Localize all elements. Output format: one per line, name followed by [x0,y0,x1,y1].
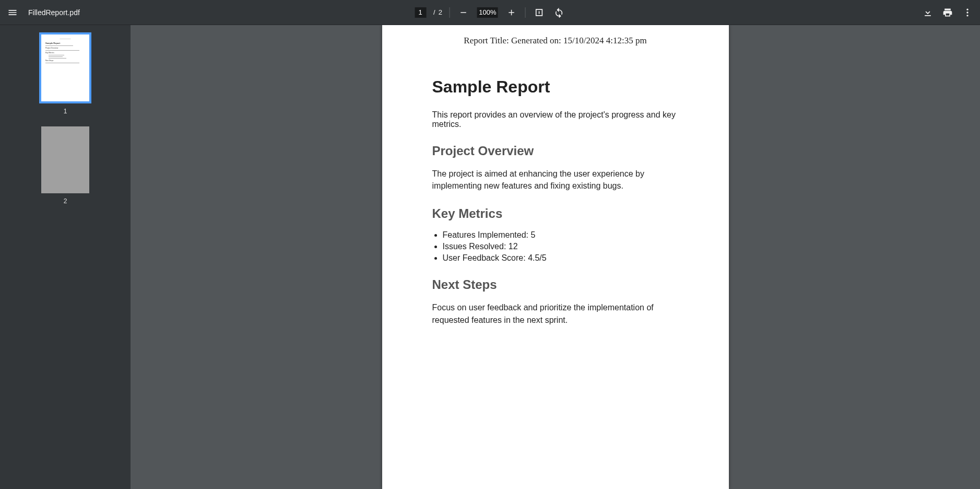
zoom-out-icon[interactable] [457,6,470,19]
svg-point-1 [966,11,968,13]
report-title: Sample Report [432,77,679,97]
section-overview-body: The project is aimed at enhancing the us… [432,168,679,192]
section-overview-heading: Project Overview [432,144,679,158]
svg-point-0 [966,8,968,10]
page-sep: / [433,8,435,16]
page-total: / 2 [433,8,442,16]
thumbnail-sidebar: ——————— Sample Report Project Overview K… [0,25,131,489]
pdf-toolbar: FilledReport.pdf / 2 [0,0,980,25]
toolbar-divider [450,7,450,18]
thumbnail-2[interactable]: 2 [41,126,89,205]
fit-page-icon[interactable] [533,6,546,19]
more-icon[interactable] [961,6,974,19]
current-page-input[interactable] [415,7,426,18]
zoom-input[interactable] [477,7,498,18]
section-nextsteps-heading: Next Steps [432,277,679,292]
list-item: Features Implemented: 5 [443,230,679,240]
section-nextsteps-body: Focus on user feedback and prioritize th… [432,301,679,325]
toolbar-divider [525,7,526,18]
filename: FilledReport.pdf [28,8,80,17]
report-intro: This report provides an overview of the … [432,110,679,129]
list-item: Issues Resolved: 12 [443,242,679,251]
menu-icon[interactable] [6,6,19,19]
rotate-icon[interactable] [553,6,565,19]
download-icon[interactable] [922,6,934,19]
zoom-in-icon[interactable] [505,6,518,19]
thumbnail-1-label: 1 [64,108,67,115]
page-1: Report Title: Generated on: 15/10/2024 4… [382,25,729,489]
metrics-list: Features Implemented: 5 Issues Resolved:… [443,230,679,263]
svg-point-2 [966,15,968,16]
thumbnail-1[interactable]: ——————— Sample Report Project Overview K… [39,32,91,115]
thumbnail-2-label: 2 [64,197,67,205]
print-icon[interactable] [941,6,954,19]
list-item: User Feedback Score: 4.5/5 [443,253,679,263]
section-metrics-heading: Key Metrics [432,206,679,221]
total-pages: 2 [439,8,442,16]
document-viewer[interactable]: Report Title: Generated on: 15/10/2024 4… [131,25,980,489]
report-header: Report Title: Generated on: 15/10/2024 4… [407,36,704,46]
